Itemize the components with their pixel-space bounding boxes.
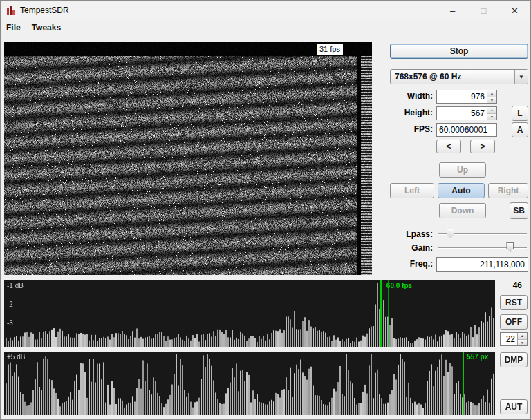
plot2-db-label: +5 dB <box>7 353 25 361</box>
fps-overlay: 31 fps <box>317 44 343 55</box>
fps-spectrum-plot[interactable]: -1 dB -2 -3 60.0 fps <box>4 280 495 347</box>
down-button[interactable]: Down <box>439 203 486 218</box>
width-spin-down-icon[interactable]: ▼ <box>487 97 496 104</box>
window-title: TempestSDR <box>20 6 69 15</box>
plot1-side-column: 46 RST OFF 22 ▲ ▼ <box>495 280 531 347</box>
frame-counter: 46 <box>513 280 522 290</box>
fps-label: FPS: <box>388 124 433 134</box>
window-controls: – □ ✕ <box>437 1 530 20</box>
video-display[interactable]: 31 fps <box>4 42 372 275</box>
off-button[interactable]: OFF <box>500 314 528 330</box>
plot1-marker-label: 60.0 fps <box>386 282 412 289</box>
plot1-marker-line-2 <box>388 280 389 347</box>
stop-button[interactable]: Stop <box>390 44 528 59</box>
autocorrelation-a-button[interactable]: A <box>512 122 528 137</box>
chevron-down-icon[interactable]: ▼ <box>514 70 528 84</box>
menubar: File Tweaks <box>1 20 530 35</box>
height-spin-up-icon[interactable]: ▲ <box>487 107 496 114</box>
lpass-label: Lpass: <box>388 229 433 239</box>
avg-spinner[interactable]: 22 ▲ ▼ <box>500 332 528 346</box>
avg-value[interactable]: 22 <box>501 333 517 345</box>
fps-spectrum-canvas <box>4 280 495 347</box>
gain-slider[interactable] <box>436 241 528 254</box>
height-value[interactable]: 567 <box>437 107 487 120</box>
avg-spin-up-icon[interactable]: ▲ <box>518 333 527 340</box>
plot1-db-label-3: -3 <box>7 319 13 327</box>
plot1-db-label-1: -1 dB <box>7 282 24 289</box>
freq-field[interactable]: 211,118,000 <box>436 257 528 272</box>
tempestsdr-window: TempestSDR – □ ✕ File Tweaks 31 fps Stop… <box>0 0 531 420</box>
prev-button[interactable]: < <box>436 140 461 153</box>
freq-label: Freq.: <box>388 259 433 269</box>
control-panel: Stop 768x576 @ 60 Hz ▼ Width: 976 ▲ ▼ He… <box>388 42 531 275</box>
left-button[interactable]: Left <box>390 183 434 198</box>
aut-button[interactable]: AUT <box>500 399 528 414</box>
auto-button[interactable]: Auto <box>438 183 485 198</box>
width-spinner[interactable]: 976 ▲ ▼ <box>436 90 497 104</box>
px-spectrum-plot[interactable]: +5 dB 557 px <box>4 352 495 415</box>
plot1-db-label-2: -2 <box>7 300 13 308</box>
height-spinner[interactable]: 567 ▲ ▼ <box>436 106 497 120</box>
menu-tweaks[interactable]: Tweaks <box>26 23 66 32</box>
height-spin-down-icon[interactable]: ▼ <box>487 114 496 120</box>
sb-button[interactable]: SB <box>510 202 528 219</box>
video-canvas <box>4 42 372 275</box>
app-icon <box>6 6 16 15</box>
up-button[interactable]: Up <box>439 162 486 178</box>
plot2-side-column: DMP AUT <box>495 352 531 415</box>
plot1-marker-line <box>380 280 382 347</box>
maximize-icon[interactable]: □ <box>468 1 499 20</box>
next-button[interactable]: > <box>470 140 495 153</box>
plot2-marker-line <box>463 352 464 415</box>
right-button[interactable]: Right <box>488 183 528 198</box>
resolution-dropdown[interactable]: 768x576 @ 60 Hz ▼ <box>390 69 528 84</box>
width-spin-up-icon[interactable]: ▲ <box>487 90 496 97</box>
lowpass-l-button[interactable]: L <box>512 106 528 121</box>
fps-field[interactable]: 60.00060001 <box>436 123 497 137</box>
height-label: Height: <box>388 108 433 117</box>
rst-button[interactable]: RST <box>500 295 528 310</box>
close-icon[interactable]: ✕ <box>499 1 530 20</box>
gain-slider-thumb[interactable] <box>506 242 514 252</box>
avg-spin-down-icon[interactable]: ▼ <box>518 340 527 346</box>
lpass-slider-thumb[interactable] <box>447 229 454 238</box>
menu-file[interactable]: File <box>1 23 26 32</box>
px-spectrum-canvas <box>4 352 495 415</box>
lpass-slider[interactable] <box>436 227 528 240</box>
gain-label: Gain: <box>388 243 433 253</box>
dmp-button[interactable]: DMP <box>500 352 528 368</box>
titlebar: TempestSDR – □ ✕ <box>1 1 530 20</box>
resolution-value: 768x576 @ 60 Hz <box>391 70 514 84</box>
minimize-icon[interactable]: – <box>437 1 468 20</box>
width-value[interactable]: 976 <box>437 90 487 103</box>
plot2-marker-label: 557 px <box>467 353 488 361</box>
width-label: Width: <box>388 91 433 101</box>
